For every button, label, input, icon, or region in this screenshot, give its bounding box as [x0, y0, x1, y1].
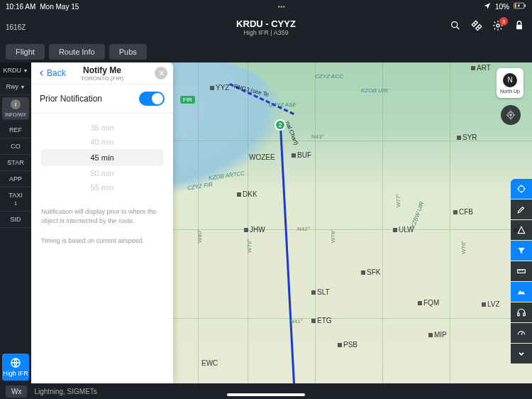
- panel-note: Timing is based on current airspeed.: [31, 231, 173, 251]
- north-up-button[interactable]: N North Up: [497, 68, 523, 98]
- map-label: SLT: [311, 288, 330, 296]
- lat-label: N42°: [297, 226, 310, 232]
- sidebar-app[interactable]: APP: [0, 171, 31, 187]
- fir-label: CZYZ ASE: [269, 102, 297, 108]
- tool-target-icon[interactable]: [511, 179, 532, 199]
- fir-badge: FIR: [180, 96, 195, 104]
- tool-edit-icon[interactable]: [511, 200, 532, 219]
- footer-bar: Wx Lightning, SIGMETs: [0, 383, 532, 399]
- map-label: YYZ: [210, 84, 229, 92]
- lon-label: W76°: [460, 241, 467, 255]
- tab-route-info[interactable]: Route Info: [49, 44, 105, 60]
- footer-layers: Lightning, SIGMETs: [34, 388, 96, 395]
- tabs-row: Flight Route Info Pubs: [0, 41, 532, 62]
- map-label: EWC: [201, 359, 218, 367]
- sidebar-high-ifr[interactable]: High IFR: [2, 354, 29, 381]
- svg-rect-12: [523, 313, 525, 316]
- battery-pct: 10%: [495, 3, 509, 11]
- location-icon: [484, 2, 491, 11]
- picker-option[interactable]: 35 min: [31, 121, 173, 135]
- map-label: CFB: [453, 208, 473, 216]
- map-label: BUF: [292, 151, 311, 159]
- svg-point-3: [452, 22, 458, 28]
- map-label: ART: [471, 64, 491, 72]
- map-label: LVZ: [482, 300, 500, 308]
- fir-label: CZYZ ACC: [315, 73, 343, 80]
- lon-label: W80°: [196, 229, 203, 244]
- wx-button[interactable]: Wx: [6, 386, 27, 398]
- back-button[interactable]: Back: [38, 68, 66, 78]
- zulu-time: 1616Z: [6, 23, 26, 31]
- lat-label: N43°: [311, 133, 324, 140]
- time-picker[interactable]: 35 min 40 min 45 min 50 min 55 min: [31, 114, 173, 202]
- tool-gauge-icon[interactable]: [511, 323, 532, 343]
- sidebar-co[interactable]: CO: [0, 138, 31, 155]
- picker-option-selected[interactable]: 45 min: [41, 149, 163, 166]
- map-label: SFK: [361, 268, 380, 276]
- compass-icon: N: [503, 73, 517, 87]
- svg-point-9: [519, 186, 524, 192]
- svg-point-8: [510, 114, 511, 116]
- close-icon[interactable]: ✕: [155, 67, 167, 80]
- status-date: Mon May 15: [40, 3, 79, 11]
- svg-rect-2: [515, 4, 516, 7]
- map-label: PSB: [338, 341, 358, 349]
- lock-icon[interactable]: [514, 20, 525, 34]
- map-label: MIP: [428, 331, 447, 339]
- map-label: ETG: [311, 317, 332, 324]
- waypoint-marker[interactable]: 2: [275, 119, 286, 131]
- lon-label: W79°: [246, 239, 253, 253]
- route-subtitle: High IFR | A359: [236, 29, 296, 36]
- sidebar-sid[interactable]: SID: [0, 212, 31, 228]
- tab-pubs[interactable]: Pubs: [109, 44, 147, 60]
- picker-option[interactable]: 55 min: [31, 180, 173, 195]
- sidebar-star[interactable]: STAR: [0, 155, 31, 171]
- tab-flight[interactable]: Flight: [6, 44, 45, 60]
- lon-label: W78°: [330, 229, 336, 244]
- fir-label: KZOB UIR: [361, 87, 388, 94]
- sidebar-taxi[interactable]: TAXI 1: [0, 187, 31, 212]
- battery-icon: [514, 2, 526, 11]
- tool-collapse-icon[interactable]: [511, 344, 532, 364]
- tool-triangle-icon[interactable]: [511, 220, 532, 240]
- svg-rect-5: [516, 25, 522, 30]
- map-label: WOZEE: [249, 153, 275, 161]
- status-time: 10:16 AM: [6, 3, 35, 11]
- toggle-label: Prior Notification: [40, 94, 102, 104]
- sidebar-rwy[interactable]: Rwy ▼: [0, 79, 31, 95]
- picker-option[interactable]: 50 min: [31, 166, 173, 180]
- sidebar-airport[interactable]: KRDU ▼: [0, 62, 31, 79]
- tool-headset-icon[interactable]: [511, 302, 532, 322]
- globe-icon: [10, 357, 21, 368]
- picker-option[interactable]: 40 min: [31, 135, 173, 149]
- settings-badge: 3: [499, 17, 508, 26]
- map-label: JHW: [244, 226, 265, 234]
- route-title: KRDU - CYYZ: [236, 18, 296, 29]
- tool-filter-icon[interactable]: [511, 241, 532, 261]
- notify-me-panel: Back Notify Me TORONTO (FIR) ✕ Prior Not…: [31, 62, 173, 383]
- status-dots: •••: [277, 3, 285, 11]
- home-indicator: [227, 393, 305, 396]
- sidebar-ref[interactable]: REF: [0, 122, 31, 138]
- app-header: 1616Z KRDU - CYYZ High IFR | A359 3: [0, 13, 532, 41]
- lat-label: N41°: [290, 318, 303, 324]
- prior-notification-toggle[interactable]: [139, 92, 165, 106]
- info-icon: i: [11, 99, 21, 109]
- left-sidebar: KRDU ▼ Rwy ▼ i INFO/WX REF CO STAR APP T…: [0, 62, 31, 383]
- search-icon[interactable]: [450, 20, 461, 34]
- sidebar-infowx[interactable]: i INFO/WX: [2, 97, 29, 120]
- tool-terrain-icon[interactable]: [511, 282, 532, 302]
- locate-button[interactable]: [501, 105, 521, 125]
- svg-rect-1: [524, 4, 525, 7]
- lon-label: W77°: [395, 194, 401, 208]
- panel-note: Notification will display prior to where…: [31, 202, 173, 231]
- map-label: DKK: [237, 190, 257, 198]
- tool-ruler-icon[interactable]: [511, 261, 532, 281]
- satellite-icon[interactable]: [471, 20, 482, 34]
- status-bar: 10:16 AM Mon May 15 ••• 10%: [0, 0, 532, 13]
- settings-icon[interactable]: 3: [492, 20, 504, 34]
- map-tools: [511, 179, 532, 364]
- map-label: SYR: [457, 133, 477, 141]
- svg-point-4: [497, 24, 499, 27]
- svg-rect-11: [518, 313, 519, 316]
